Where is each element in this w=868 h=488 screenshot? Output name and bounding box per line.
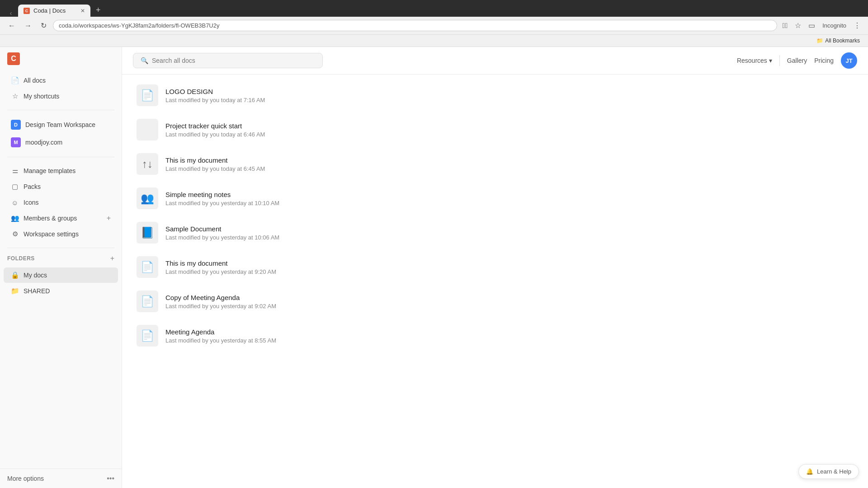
menu-icon[interactable]: ⋮ (852, 19, 863, 32)
doc-info-my-document-1: This is my document Last modified by you… (165, 156, 854, 172)
doc-info-my-document-2: This is my document Last modified by you… (165, 259, 854, 275)
header-divider (779, 55, 780, 66)
folders-add-button[interactable]: + (110, 254, 114, 263)
sidebar-item-members-groups[interactable]: 👥 Members & groups + (4, 211, 118, 226)
forward-button[interactable]: → (22, 20, 34, 32)
doc-item-sample-document[interactable]: 📘 Sample Document Last modified by you y… (122, 216, 868, 250)
folders-title: FOLDERS (7, 255, 35, 262)
sidebar-item-design-workspace[interactable]: D Design Team Workspace (4, 116, 118, 133)
sidebar: C 📄 All docs ☆ My shortcuts D Design Tea… (0, 47, 122, 488)
bookmarks-label: All Bookmarks (825, 38, 860, 44)
sidebar-item-my-docs[interactable]: 🔒 My docs (4, 267, 118, 283)
eye-off-icon[interactable]: 👁̸ (781, 20, 790, 32)
pricing-link[interactable]: Pricing (814, 57, 834, 64)
doc-title-meeting-agenda: Meeting Agenda (165, 328, 854, 336)
doc-item-copy-meeting-agenda[interactable]: 📄 Copy of Meeting Agenda Last modified b… (122, 284, 868, 319)
sidebar-item-packs[interactable]: ▢ Packs (4, 179, 118, 194)
sample-doc-icon: 📘 (141, 226, 154, 239)
sidebar-icon[interactable]: ▭ (807, 19, 817, 32)
tab-close-button[interactable]: ✕ (80, 8, 85, 14)
doc-item-project-tracker[interactable]: Project tracker quick start Last modifie… (122, 113, 868, 147)
doc-meta-project-tracker: Last modified by you today at 6:46 AM (165, 131, 854, 138)
sidebar-divider-1 (7, 110, 114, 110)
doc-title-copy-meeting-agenda: Copy of Meeting Agenda (165, 294, 854, 301)
back-button[interactable]: ← (5, 20, 18, 32)
doc-item-logo-design[interactable]: 📄 LOGO DESIGN Last modified by you today… (122, 78, 868, 113)
more-options-label: More options (7, 475, 44, 482)
my-docs-label: My docs (24, 272, 47, 279)
sidebar-workspace-section: D Design Team Workspace M moodjoy.com (0, 114, 122, 153)
bookmarks-all-item[interactable]: 📁 All Bookmarks (814, 37, 863, 45)
arrows-icon: ↑↓ (142, 158, 153, 170)
bookmark-icon[interactable]: ☆ (793, 19, 803, 32)
icons-label: Icons (24, 199, 38, 206)
learn-help-icon: 🔔 (806, 468, 813, 475)
search-input[interactable] (152, 57, 315, 64)
doc-meta-logo-design: Last modified by you today at 7:16 AM (165, 97, 854, 103)
new-tab-button[interactable]: + (92, 4, 104, 17)
doc-info-meeting-agenda: Meeting Agenda Last modified by you yest… (165, 328, 854, 344)
learn-help-label: Learn & Help (817, 468, 851, 475)
packs-icon: ▢ (11, 183, 19, 191)
sidebar-item-icons[interactable]: ☺ Icons (4, 195, 118, 210)
shared-folder-icon: 📁 (11, 287, 19, 295)
sidebar-item-all-docs[interactable]: 📄 All docs (4, 73, 118, 88)
doc-thumb-sample-document: 📘 (137, 222, 158, 244)
doc-item-meeting-notes[interactable]: 👥 Simple meeting notes Last modified by … (122, 181, 868, 216)
all-docs-label: All docs (24, 77, 46, 84)
doc-thumb-my-document-1: ↑↓ (137, 153, 158, 175)
manage-templates-label: Manage templates (24, 167, 75, 174)
sidebar-folders-section: 🔒 My docs 📁 SHARED (0, 265, 122, 301)
blank-doc-icon-4: 📄 (141, 329, 154, 342)
gallery-link[interactable]: Gallery (787, 57, 807, 64)
doc-info-sample-document: Sample Document Last modified by you yes… (165, 225, 854, 241)
doc-thumb-copy-meeting-agenda: 📄 (137, 291, 158, 312)
browser-toolbar: ← → ↻ coda.io/workspaces/ws-YgKJ8fam2a/f… (0, 17, 868, 35)
tab-nav-left[interactable]: ‹ (5, 9, 16, 17)
search-bar[interactable]: 🔍 (133, 53, 323, 68)
meeting-icon: 👥 (141, 192, 154, 205)
members-groups-icon: 👥 (11, 214, 19, 222)
shared-label: SHARED (24, 287, 50, 295)
all-docs-icon: 📄 (11, 76, 19, 84)
doc-info-meeting-notes: Simple meeting notes Last modified by yo… (165, 191, 854, 206)
learn-help-button[interactable]: 🔔 Learn & Help (798, 464, 859, 479)
sidebar-nav-section: 📄 All docs ☆ My shortcuts (0, 70, 122, 106)
sidebar-item-workspace-settings[interactable]: ⚙ Workspace settings (4, 226, 118, 242)
doc-thumb-my-document-2: 📄 (137, 256, 158, 278)
refresh-button[interactable]: ↻ (38, 19, 49, 32)
workspace-settings-label: Workspace settings (24, 230, 79, 238)
doc-item-my-document-1[interactable]: ↑↓ This is my document Last modified by … (122, 147, 868, 181)
doc-meta-my-document-2: Last modified by you yesterday at 9:20 A… (165, 268, 854, 275)
moodjoy-avatar: M (11, 137, 21, 147)
user-avatar[interactable]: JT (841, 52, 857, 69)
sidebar-item-manage-templates[interactable]: ⚌ Manage templates (4, 163, 118, 178)
address-bar[interactable]: coda.io/workspaces/ws-YgKJ8fam2a/folders… (53, 20, 777, 31)
tab-title: Coda | Docs (33, 7, 66, 14)
doc-list: 📄 LOGO DESIGN Last modified by you today… (122, 75, 868, 488)
design-workspace-avatar: D (11, 120, 21, 130)
doc-meta-meeting-notes: Last modified by you yesterday at 10:10 … (165, 200, 854, 206)
sidebar-divider-2 (7, 157, 114, 157)
doc-item-meeting-agenda[interactable]: 📄 Meeting Agenda Last modified by you ye… (122, 319, 868, 353)
doc-item-my-document-2[interactable]: 📄 This is my document Last modified by y… (122, 250, 868, 284)
lock-icon: 🔒 (11, 271, 19, 279)
active-tab[interactable]: C Coda | Docs ✕ (18, 5, 90, 17)
resources-link[interactable]: Resources ▾ (737, 57, 772, 64)
blank-doc-icon: 📄 (141, 89, 154, 102)
folders-section-header: FOLDERS + (0, 252, 122, 265)
more-options-section[interactable]: More options ••• (0, 469, 122, 488)
members-groups-add-button[interactable]: + (107, 214, 111, 222)
packs-label: Packs (24, 183, 41, 190)
sidebar-item-shared[interactable]: 📁 SHARED (4, 283, 118, 299)
sidebar-item-moodjoy[interactable]: M moodjoy.com (4, 134, 118, 151)
sidebar-item-my-shortcuts[interactable]: ☆ My shortcuts (4, 89, 118, 104)
design-workspace-label: Design Team Workspace (25, 121, 95, 128)
chevron-down-icon: ▾ (769, 57, 772, 64)
doc-meta-copy-meeting-agenda: Last modified by you yesterday at 9:02 A… (165, 303, 854, 310)
sidebar-management-section: ⚌ Manage templates ▢ Packs ☺ Icons 👥 Mem… (0, 161, 122, 244)
icons-icon: ☺ (11, 198, 19, 206)
sidebar-header: C (0, 47, 122, 70)
settings-icon: ⚙ (11, 230, 19, 238)
doc-info-logo-design: LOGO DESIGN Last modified by you today a… (165, 88, 854, 103)
